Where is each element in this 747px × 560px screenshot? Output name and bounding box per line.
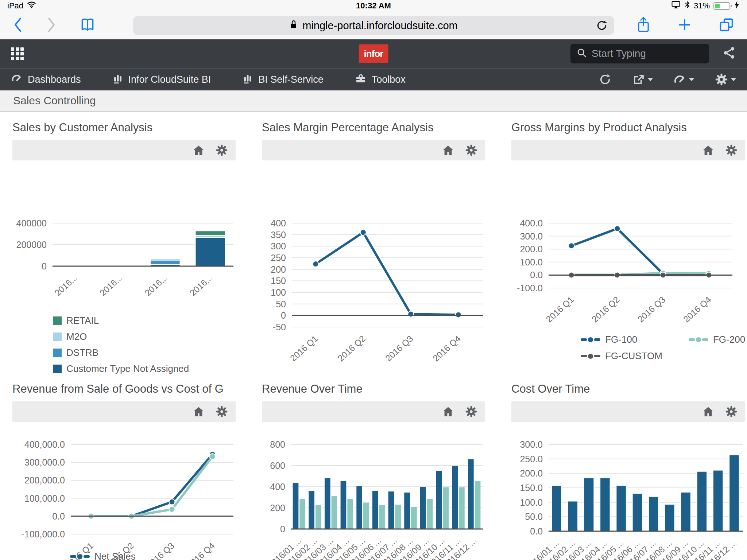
legend-item[interactable]: FG-200 bbox=[689, 334, 745, 345]
nav-item-infor-cloudsuite-bi[interactable]: Infor CloudSuite BI bbox=[112, 73, 211, 87]
svg-text:200000: 200000 bbox=[16, 240, 47, 250]
gear-icon[interactable] bbox=[465, 405, 478, 418]
chart-title: Gross Margins by Product Analysis bbox=[511, 121, 745, 134]
nav-item-dashboards[interactable]: Dashboards bbox=[11, 73, 81, 87]
legend-item[interactable]: FG-CUSTOM bbox=[581, 350, 662, 362]
gauge-icon bbox=[11, 73, 23, 87]
reload-button[interactable] bbox=[596, 19, 608, 34]
bookmarks-icon[interactable] bbox=[80, 17, 96, 34]
svg-text:200.0: 200.0 bbox=[520, 468, 543, 478]
legend-item[interactable]: RETAIL bbox=[53, 315, 236, 326]
gear-icon[interactable] bbox=[215, 405, 228, 418]
dashboard-grid: Sales by Customer Analysis 0200000400000… bbox=[0, 112, 747, 560]
dashboards-menu-button[interactable] bbox=[673, 73, 694, 86]
legend-swatch bbox=[53, 332, 62, 341]
svg-text:300: 300 bbox=[271, 241, 286, 251]
chart-title: Revenue Over Time bbox=[262, 382, 485, 396]
safari-toolbar: mingle-portal.inforcloudsuite.com bbox=[0, 12, 747, 39]
svg-text:0.0: 0.0 bbox=[52, 511, 65, 521]
legend-label: Net Sales bbox=[94, 551, 136, 560]
gear-icon[interactable] bbox=[725, 144, 738, 157]
chart-canvas: 0.050.0100.0150.0200.0250.0300.02016/01 … bbox=[511, 422, 745, 560]
back-button[interactable] bbox=[12, 17, 23, 34]
clock: 10:32 AM bbox=[0, 1, 747, 11]
refresh-button[interactable] bbox=[599, 73, 612, 86]
svg-text:2016...: 2016... bbox=[53, 273, 79, 298]
chevron-down-icon bbox=[731, 78, 736, 81]
legend-label: M2O bbox=[66, 331, 87, 342]
settings-menu-button[interactable] bbox=[715, 73, 736, 86]
search-input[interactable] bbox=[592, 48, 723, 59]
legend-line-marker bbox=[581, 337, 600, 342]
legend-swatch bbox=[53, 316, 62, 325]
legend-item[interactable]: M2O bbox=[53, 331, 236, 342]
chart-canvas: -100.00.0100.0200.0300.0400.02016 Q12016… bbox=[511, 160, 745, 362]
legend-label: FG-100 bbox=[605, 334, 637, 345]
svg-text:200: 200 bbox=[270, 503, 285, 513]
app-menu-icon[interactable] bbox=[11, 47, 24, 60]
legend-swatch bbox=[53, 365, 62, 373]
chart-title: Revenue from Sale of Goods vs Cost of G bbox=[12, 382, 236, 396]
svg-text:2016...: 2016... bbox=[98, 273, 124, 298]
svg-text:0: 0 bbox=[281, 310, 286, 320]
share-button[interactable] bbox=[636, 16, 651, 35]
lock-icon bbox=[289, 19, 298, 32]
toolbox-icon bbox=[355, 73, 367, 87]
svg-text:-100.0: -100.0 bbox=[517, 283, 543, 293]
chevron-down-icon bbox=[648, 78, 653, 81]
export-menu-button[interactable] bbox=[632, 73, 653, 86]
tabs-button[interactable] bbox=[719, 17, 735, 34]
legend-item[interactable]: Customer Type Not Assigned bbox=[53, 363, 236, 374]
chart-title: Sales by Customer Analysis bbox=[12, 121, 236, 134]
gear-icon[interactable] bbox=[725, 405, 738, 418]
legend-item[interactable]: Net Sales bbox=[70, 551, 236, 560]
svg-text:100: 100 bbox=[271, 287, 286, 298]
svg-text:2016 Q4: 2016 Q4 bbox=[681, 295, 713, 324]
svg-text:-50: -50 bbox=[273, 322, 286, 332]
svg-text:2016 Q2: 2016 Q2 bbox=[336, 334, 367, 363]
svg-text:350: 350 bbox=[271, 230, 286, 240]
widget-toolbar bbox=[262, 401, 485, 422]
chart-canvas: 02000004000002016...2016...2016...2016..… bbox=[12, 160, 236, 374]
home-button[interactable] bbox=[442, 144, 454, 157]
global-search[interactable] bbox=[570, 44, 709, 63]
legend-line-marker bbox=[70, 554, 90, 559]
forward-button[interactable] bbox=[46, 17, 57, 34]
share-nodes-icon[interactable] bbox=[722, 46, 736, 61]
gear-icon[interactable] bbox=[215, 144, 228, 157]
svg-text:2016 Q1: 2016 Q1 bbox=[288, 334, 320, 363]
home-button[interactable] bbox=[192, 405, 205, 418]
new-tab-button[interactable] bbox=[677, 17, 692, 34]
url-bar[interactable]: mingle-portal.inforcloudsuite.com bbox=[133, 16, 614, 35]
legend-label: FG-CUSTOM bbox=[605, 350, 662, 362]
bar-chart-icon bbox=[112, 73, 123, 87]
home-button[interactable] bbox=[192, 144, 205, 157]
home-button[interactable] bbox=[702, 144, 715, 157]
gear-icon[interactable] bbox=[465, 144, 478, 157]
svg-text:100,000.0: 100,000.0 bbox=[24, 493, 65, 503]
widget-toolbar bbox=[511, 140, 745, 160]
legend-item[interactable]: DSTRB bbox=[53, 347, 236, 358]
portal-header: infor bbox=[0, 39, 747, 68]
legend-item[interactable]: FG-100 bbox=[581, 334, 662, 345]
legend-swatch bbox=[53, 349, 62, 357]
nav-label: Toolbox bbox=[372, 74, 406, 85]
svg-text:400000: 400000 bbox=[16, 218, 47, 228]
svg-text:50.0: 50.0 bbox=[525, 512, 543, 522]
svg-text:2016 Q1: 2016 Q1 bbox=[544, 295, 576, 324]
svg-text:2016...: 2016... bbox=[143, 273, 169, 298]
infor-logo: infor bbox=[359, 44, 388, 63]
panel-gross-margins: Gross Margins by Product Analysis -100.0… bbox=[511, 113, 745, 374]
widget-toolbar bbox=[12, 401, 236, 422]
panel-revenue-vs-cost: Revenue from Sale of Goods vs Cost of G … bbox=[12, 374, 236, 560]
home-button[interactable] bbox=[702, 405, 715, 418]
nav-item-toolbox[interactable]: Toolbox bbox=[355, 73, 406, 87]
nav-item-bi-self-service[interactable]: BI Self-Service bbox=[242, 73, 324, 87]
svg-text:400: 400 bbox=[271, 218, 286, 228]
battery-icon bbox=[713, 2, 730, 10]
chart-title: Sales Margin Percentage Analysis bbox=[262, 121, 485, 134]
ios-status-bar: iPad 10:32 AM 31% bbox=[0, 0, 747, 12]
legend-label: DSTRB bbox=[66, 347, 98, 358]
svg-text:400: 400 bbox=[270, 482, 285, 492]
home-button[interactable] bbox=[442, 405, 454, 418]
